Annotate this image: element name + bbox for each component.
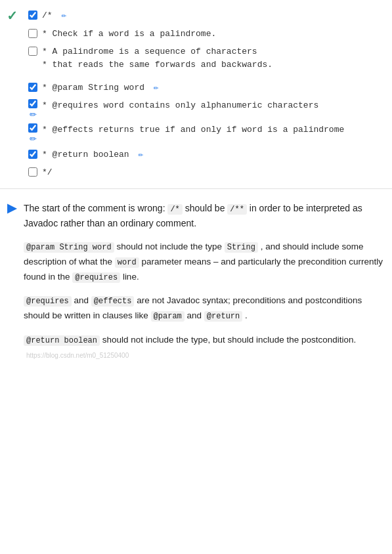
checkbox-2[interactable] — [28, 29, 37, 38]
code-param-2: @param — [151, 311, 185, 322]
checkbox-area-6: ✏ — [24, 123, 42, 144]
list-item: ✏ * @effects returns true if and only if… — [24, 121, 385, 146]
checkbox-6[interactable] — [28, 123, 37, 133]
should-be-text: should be — [185, 203, 225, 213]
spacer — [24, 74, 385, 79]
item-text-2: * Check if a word is a palindrome. — [42, 28, 385, 41]
code-return-boolean: @return boolean — [24, 335, 100, 346]
list-item: ✏ * @requires word contains only alphanu… — [24, 97, 385, 121]
checkbox-wrap-1 — [24, 9, 42, 20]
arrow-right-icon: ▶ — [7, 201, 16, 215]
list-item: /* ✏ — [24, 7, 385, 25]
arrow-indicator: ▶ — [0, 196, 24, 377]
checkbox-3[interactable] — [28, 47, 37, 56]
paragraph-2: @requires and @effects are not Javadoc s… — [24, 293, 385, 324]
checkbox-7[interactable] — [28, 150, 37, 159]
code-slash-star-star: /** — [227, 204, 247, 215]
explanation-content: The start of the comment is wrong: /* sh… — [24, 196, 392, 377]
explanation-section: ▶ The start of the comment is wrong: /* … — [0, 189, 392, 384]
item-text-7: * @return boolean ✏ — [42, 148, 385, 161]
checkbox-wrap-8 — [24, 166, 42, 177]
code-word: word — [115, 257, 139, 268]
item-text-4: * @param String word ✏ — [42, 81, 385, 95]
section-indicator: ✓ — [0, 0, 24, 188]
edit-icon-5[interactable]: ✏ — [30, 110, 37, 119]
checkbox-wrap-3 — [24, 45, 42, 56]
code-param: @param String word — [24, 242, 114, 253]
checked-section: ✓ /* ✏ * Check if a word is a palindro — [0, 0, 392, 189]
paragraph-1: @param String word should not include th… — [24, 240, 385, 284]
item-text-5: * @requires word contains only alphanume… — [42, 99, 385, 112]
green-checkmark-icon: ✓ — [7, 8, 18, 24]
code-effects: @effects — [91, 296, 135, 307]
checkbox-8[interactable] — [28, 167, 37, 177]
list-item: * @return boolean ✏ — [24, 146, 385, 164]
main-explanation-text: The start of the comment is wrong: /* sh… — [24, 201, 385, 231]
checkbox-wrap-2 — [24, 28, 42, 38]
checkbox-1[interactable] — [28, 11, 37, 20]
code-text: /* — [42, 11, 53, 20]
edit-icon-6[interactable]: ✏ — [30, 134, 37, 144]
checkbox-wrap-7 — [24, 148, 42, 159]
list-item: * A palindrome is a sequence of characte… — [24, 43, 385, 74]
edit-icon-4[interactable]: ✏ — [154, 83, 159, 93]
list-item: */ — [24, 163, 385, 182]
code-requires: @requires — [24, 296, 72, 307]
edit-icon-1[interactable]: ✏ — [61, 11, 66, 20]
code-return-inline: @return — [204, 311, 242, 322]
list-item: * @param String word ✏ — [24, 79, 385, 97]
edit-icon-7[interactable]: ✏ — [138, 150, 143, 160]
code-slash-star: /* — [167, 204, 182, 215]
item-text-1: /* ✏ — [42, 9, 385, 22]
item-text-8: */ — [42, 166, 385, 179]
code-string: String — [225, 242, 258, 253]
item-text-6: * @effects returns true if and only if w… — [42, 123, 385, 137]
paragraph-3: @return boolean should not include the t… — [24, 333, 385, 362]
checkbox-5[interactable] — [28, 99, 37, 108]
checkbox-area-5: ✏ — [24, 99, 42, 119]
checklist-content: /* ✏ * Check if a word is a palindrome. — [24, 0, 392, 188]
item-text-3: * A palindrome is a sequence of characte… — [42, 45, 385, 71]
checkbox-wrap-4 — [24, 81, 42, 92]
list-item: * Check if a word is a palindrome. — [24, 25, 385, 43]
code-requires-inline: @requires — [72, 272, 120, 283]
watermark-text: https://blog.csdn.net/m0_51250400 — [26, 352, 131, 360]
checkbox-4[interactable] — [28, 83, 37, 92]
main-container: ✓ /* ✏ * Check if a word is a palindro — [0, 0, 392, 383]
